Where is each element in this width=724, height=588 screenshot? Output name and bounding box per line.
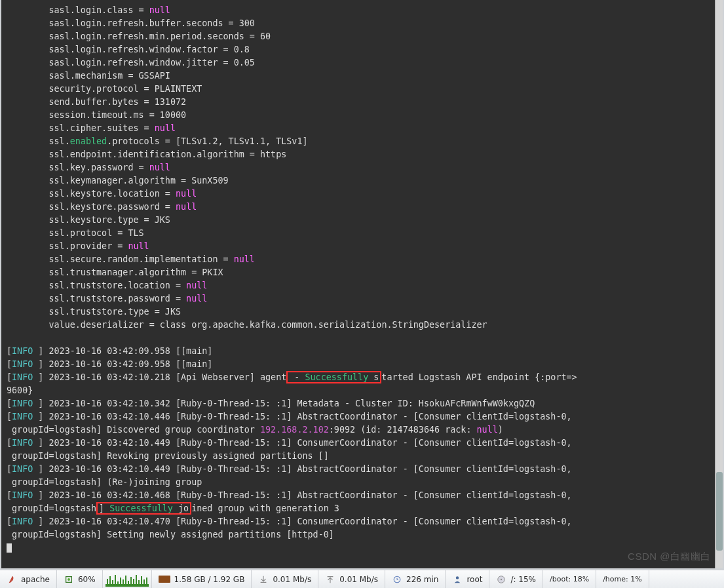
config-line: send.buffer.bytes = 131072: [7, 96, 717, 109]
config-line: security.protocol = PLAINTEXT: [7, 83, 717, 96]
log-line: [INFO ] 2023-10-16 03:42:10.342 [Ruby-0-…: [7, 397, 717, 410]
status-app[interactable]: apache: [0, 570, 57, 588]
status-uptime[interactable]: 226 min: [385, 570, 446, 588]
config-line: ssl.cipher.suites = null: [7, 122, 717, 135]
config-line: sasl.login.class = null: [7, 4, 717, 17]
config-line: ssl.endpoint.identification.algorithm = …: [7, 148, 717, 161]
status-cpu[interactable]: 60%: [57, 570, 103, 588]
config-line: ssl.keymanager.algorithm = SunX509: [7, 174, 717, 187]
log-line: [INFO ] 2023-10-16 03:42:09.958 [[main][…: [7, 345, 717, 541]
status-bar: apache 60% 1.58 GB / 1.92 GB 0.01 Mb/s: [0, 570, 724, 588]
svg-rect-3: [107, 579, 108, 585]
config-line: ssl.secure.random.implementation = null: [7, 253, 717, 266]
config-line: ssl.keystore.type = JKS: [7, 214, 717, 227]
status-disk-root-label: /: 15%: [510, 573, 536, 586]
svg-rect-6: [115, 575, 116, 585]
status-disk-home-label: /home: 1%: [603, 573, 642, 586]
status-net-down-label: 0.01 Mb/s: [273, 573, 311, 586]
config-line: ssl.enabled.protocols = [TLSv1.2, TLSv1.…: [7, 135, 717, 148]
log-line: [INFO ] 2023-10-16 03:42:10.470 [Ruby-0-…: [7, 515, 717, 528]
feather-icon: [7, 574, 17, 585]
config-line: ssl.truststore.type = JKS: [7, 305, 717, 319]
status-net-up[interactable]: 0.01 Mb/s: [318, 570, 385, 588]
scrollbar[interactable]: [715, 0, 724, 568]
log-line-wrap: groupId=logstash] (Re-)joining group: [7, 476, 717, 489]
svg-rect-4: [109, 576, 111, 585]
svg-rect-12: [130, 577, 132, 585]
config-line: value.deserializer = class org.apache.ka…: [7, 319, 717, 332]
status-disk-root[interactable]: /: 15%: [489, 570, 543, 588]
log-line: [INFO ] 2023-10-16 03:42:09.958 [[main][…: [7, 358, 717, 541]
status-net-up-label: 0.01 Mb/s: [339, 573, 378, 586]
download-icon: [258, 574, 269, 585]
status-disk-boot[interactable]: /boot: 18%: [543, 570, 596, 588]
config-line: ssl.key.password = null: [7, 161, 717, 174]
config-line: session.timeout.ms = 10000: [7, 109, 717, 122]
config-line: sasl.login.refresh.window.jitter = 0.05: [7, 56, 717, 69]
status-ram-label: 1.58 GB / 1.92 GB: [174, 573, 245, 586]
status-net-down[interactable]: 0.01 Mb/s: [252, 570, 318, 588]
svg-rect-9: [123, 579, 124, 585]
status-app-label: apache: [21, 573, 50, 586]
config-line: ssl.keystore.location = null: [7, 187, 717, 201]
svg-rect-17: [143, 579, 145, 585]
svg-rect-8: [120, 578, 121, 585]
svg-rect-7: [117, 581, 119, 585]
disk-icon: [496, 574, 506, 585]
sparkline-icon: [105, 572, 149, 587]
log-line: [INFO ] 2023-10-16 03:42:10.449 [Ruby-0-…: [7, 463, 717, 476]
config-line: ssl.protocol = TLS: [7, 227, 717, 240]
upload-icon: [325, 574, 335, 585]
svg-rect-14: [136, 575, 137, 585]
status-user-label: root: [467, 573, 482, 586]
config-line: ssl.truststore.password = null: [7, 292, 717, 305]
log-line-wrap: groupId=logstash] Successfully joined gr…: [7, 502, 717, 515]
cursor: [7, 543, 12, 553]
svg-rect-16: [141, 576, 142, 585]
blank-line: [7, 332, 717, 345]
svg-rect-18: [146, 578, 147, 585]
svg-point-1: [67, 578, 70, 581]
config-line: sasl.login.refresh.window.factor = 0.8: [7, 43, 717, 56]
log-line: [INFO ] 2023-10-16 03:42:10.218 [Api Web…: [7, 371, 717, 384]
svg-rect-10: [125, 576, 126, 585]
scrollbar-thumb[interactable]: [716, 472, 723, 551]
status-disk-home[interactable]: /home: 1%: [596, 570, 649, 588]
config-line: ssl.trustmanager.algorithm = PKIX: [7, 266, 717, 279]
status-cpu-label: 60%: [78, 573, 96, 586]
clock-icon: [392, 574, 402, 585]
status-user[interactable]: root: [446, 570, 489, 588]
log-line-wrap: groupId=logstash] Revoking previously as…: [7, 450, 717, 463]
user-icon: [452, 574, 463, 585]
log-line: [INFO ] 2023-10-16 03:42:10.468 [Ruby-0-…: [7, 489, 717, 502]
terminal-output[interactable]: sasl.login.class = null sasl.login.refre…: [0, 0, 724, 570]
ram-icon: [159, 576, 170, 583]
svg-rect-11: [128, 581, 129, 585]
config-line: ssl.provider = null: [7, 240, 717, 253]
config-line: sasl.login.refresh.buffer.seconds = 300: [7, 17, 717, 30]
status-disk-boot-label: /boot: 18%: [550, 573, 589, 586]
status-ram[interactable]: 1.58 GB / 1.92 GB: [152, 570, 252, 588]
config-line: sasl.login.refresh.min.period.seconds = …: [7, 30, 717, 43]
status-uptime-label: 226 min: [406, 573, 438, 586]
config-line: sasl.mechanism = GSSAPI: [7, 69, 717, 83]
svg-rect-2: [105, 584, 149, 587]
log-line-wrap: groupId=logstash] Setting newly assigned…: [7, 528, 717, 541]
config-line: ssl.keystore.password = null: [7, 201, 717, 214]
log-line-wrap: 9600}: [7, 384, 717, 397]
status-cpu-graph[interactable]: [103, 570, 152, 588]
log-line-wrap: groupId=logstash] Discovered group coord…: [7, 423, 717, 437]
log-line: [INFO ] 2023-10-16 03:42:10.449 [Ruby-0-…: [7, 437, 717, 450]
log-line: [INFO ] 2023-10-16 03:42:10.446 [Ruby-0-…: [7, 410, 717, 423]
svg-rect-5: [112, 580, 113, 585]
svg-rect-13: [133, 579, 134, 585]
cpu-icon: [64, 574, 74, 585]
svg-point-20: [456, 576, 459, 579]
svg-point-22: [501, 578, 502, 579]
svg-rect-15: [138, 580, 140, 585]
config-line: ssl.truststore.location = null: [7, 279, 717, 292]
watermark: CSDN @白幽幽白: [628, 550, 711, 563]
